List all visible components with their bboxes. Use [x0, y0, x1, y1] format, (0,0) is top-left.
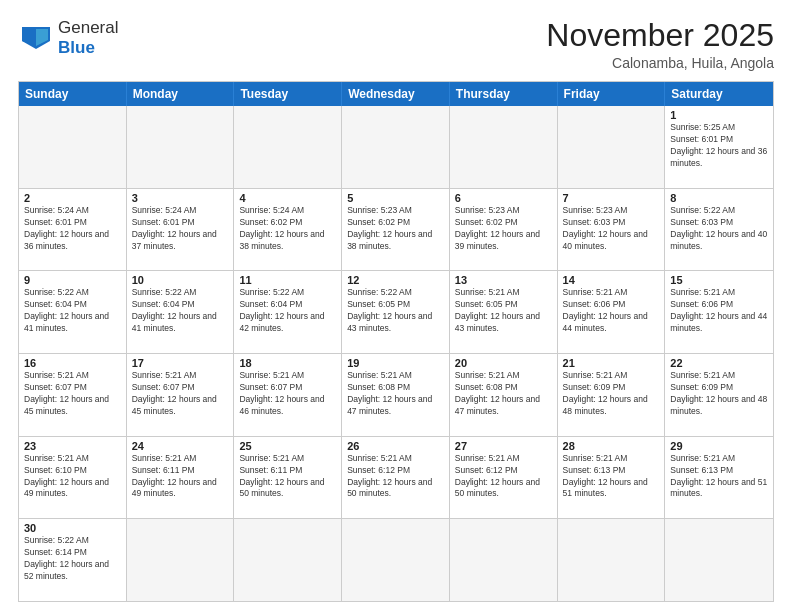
day-number: 24	[132, 440, 229, 452]
calendar-cell-6: 6Sunrise: 5:23 AM Sunset: 6:02 PM Daylig…	[450, 189, 558, 271]
calendar-cell-10: 10Sunrise: 5:22 AM Sunset: 6:04 PM Dayli…	[127, 271, 235, 353]
day-number: 22	[670, 357, 768, 369]
calendar-cell-16: 16Sunrise: 5:21 AM Sunset: 6:07 PM Dayli…	[19, 354, 127, 436]
day-number: 16	[24, 357, 121, 369]
day-info: Sunrise: 5:22 AM Sunset: 6:04 PM Dayligh…	[132, 287, 229, 335]
day-info: Sunrise: 5:22 AM Sunset: 6:03 PM Dayligh…	[670, 205, 768, 253]
header-day-sunday: Sunday	[19, 82, 127, 106]
calendar-cell-empty-5-5	[558, 519, 666, 601]
day-number: 10	[132, 274, 229, 286]
day-number: 23	[24, 440, 121, 452]
day-number: 19	[347, 357, 444, 369]
day-number: 3	[132, 192, 229, 204]
day-number: 1	[670, 109, 768, 121]
calendar-cell-28: 28Sunrise: 5:21 AM Sunset: 6:13 PM Dayli…	[558, 437, 666, 519]
header-day-saturday: Saturday	[665, 82, 773, 106]
calendar-week-2: 9Sunrise: 5:22 AM Sunset: 6:04 PM Daylig…	[19, 270, 773, 353]
day-info: Sunrise: 5:24 AM Sunset: 6:02 PM Dayligh…	[239, 205, 336, 253]
header-day-tuesday: Tuesday	[234, 82, 342, 106]
day-info: Sunrise: 5:21 AM Sunset: 6:11 PM Dayligh…	[239, 453, 336, 501]
calendar-cell-19: 19Sunrise: 5:21 AM Sunset: 6:08 PM Dayli…	[342, 354, 450, 436]
day-info: Sunrise: 5:22 AM Sunset: 6:14 PM Dayligh…	[24, 535, 121, 583]
day-info: Sunrise: 5:21 AM Sunset: 6:09 PM Dayligh…	[670, 370, 768, 418]
day-info: Sunrise: 5:21 AM Sunset: 6:06 PM Dayligh…	[563, 287, 660, 335]
day-number: 14	[563, 274, 660, 286]
calendar-cell-29: 29Sunrise: 5:21 AM Sunset: 6:13 PM Dayli…	[665, 437, 773, 519]
calendar-cell-13: 13Sunrise: 5:21 AM Sunset: 6:05 PM Dayli…	[450, 271, 558, 353]
calendar-cell-empty-5-2	[234, 519, 342, 601]
day-info: Sunrise: 5:22 AM Sunset: 6:04 PM Dayligh…	[24, 287, 121, 335]
location: Calonamba, Huila, Angola	[546, 55, 774, 71]
day-info: Sunrise: 5:24 AM Sunset: 6:01 PM Dayligh…	[24, 205, 121, 253]
day-number: 17	[132, 357, 229, 369]
day-number: 8	[670, 192, 768, 204]
header-day-monday: Monday	[127, 82, 235, 106]
day-number: 30	[24, 522, 121, 534]
day-number: 13	[455, 274, 552, 286]
day-number: 4	[239, 192, 336, 204]
day-info: Sunrise: 5:23 AM Sunset: 6:02 PM Dayligh…	[347, 205, 444, 253]
generalblue-logo-icon	[18, 23, 54, 53]
day-info: Sunrise: 5:21 AM Sunset: 6:13 PM Dayligh…	[563, 453, 660, 501]
day-number: 11	[239, 274, 336, 286]
day-info: Sunrise: 5:24 AM Sunset: 6:01 PM Dayligh…	[132, 205, 229, 253]
calendar-body: 1Sunrise: 5:25 AM Sunset: 6:01 PM Daylig…	[19, 106, 773, 601]
day-info: Sunrise: 5:22 AM Sunset: 6:05 PM Dayligh…	[347, 287, 444, 335]
header-day-thursday: Thursday	[450, 82, 558, 106]
calendar-cell-27: 27Sunrise: 5:21 AM Sunset: 6:12 PM Dayli…	[450, 437, 558, 519]
day-number: 5	[347, 192, 444, 204]
day-info: Sunrise: 5:21 AM Sunset: 6:12 PM Dayligh…	[347, 453, 444, 501]
day-number: 25	[239, 440, 336, 452]
calendar-cell-21: 21Sunrise: 5:21 AM Sunset: 6:09 PM Dayli…	[558, 354, 666, 436]
day-info: Sunrise: 5:21 AM Sunset: 6:05 PM Dayligh…	[455, 287, 552, 335]
day-info: Sunrise: 5:21 AM Sunset: 6:13 PM Dayligh…	[670, 453, 768, 501]
day-number: 27	[455, 440, 552, 452]
calendar-cell-7: 7Sunrise: 5:23 AM Sunset: 6:03 PM Daylig…	[558, 189, 666, 271]
calendar-cell-22: 22Sunrise: 5:21 AM Sunset: 6:09 PM Dayli…	[665, 354, 773, 436]
calendar-cell-25: 25Sunrise: 5:21 AM Sunset: 6:11 PM Dayli…	[234, 437, 342, 519]
calendar-cell-18: 18Sunrise: 5:21 AM Sunset: 6:07 PM Dayli…	[234, 354, 342, 436]
calendar-cell-11: 11Sunrise: 5:22 AM Sunset: 6:04 PM Dayli…	[234, 271, 342, 353]
calendar-cell-1: 1Sunrise: 5:25 AM Sunset: 6:01 PM Daylig…	[665, 106, 773, 188]
calendar: SundayMondayTuesdayWednesdayThursdayFrid…	[18, 81, 774, 602]
calendar-cell-17: 17Sunrise: 5:21 AM Sunset: 6:07 PM Dayli…	[127, 354, 235, 436]
day-info: Sunrise: 5:21 AM Sunset: 6:07 PM Dayligh…	[132, 370, 229, 418]
day-number: 12	[347, 274, 444, 286]
day-number: 6	[455, 192, 552, 204]
day-number: 29	[670, 440, 768, 452]
day-info: Sunrise: 5:23 AM Sunset: 6:03 PM Dayligh…	[563, 205, 660, 253]
calendar-header: SundayMondayTuesdayWednesdayThursdayFrid…	[19, 82, 773, 106]
header: General Blue November 2025 Calonamba, Hu…	[18, 18, 774, 71]
logo: General Blue	[18, 18, 118, 58]
header-day-wednesday: Wednesday	[342, 82, 450, 106]
calendar-cell-4: 4Sunrise: 5:24 AM Sunset: 6:02 PM Daylig…	[234, 189, 342, 271]
day-info: Sunrise: 5:21 AM Sunset: 6:08 PM Dayligh…	[455, 370, 552, 418]
calendar-cell-empty-0-5	[558, 106, 666, 188]
calendar-cell-empty-0-0	[19, 106, 127, 188]
day-info: Sunrise: 5:21 AM Sunset: 6:10 PM Dayligh…	[24, 453, 121, 501]
calendar-week-5: 30Sunrise: 5:22 AM Sunset: 6:14 PM Dayli…	[19, 518, 773, 601]
calendar-cell-9: 9Sunrise: 5:22 AM Sunset: 6:04 PM Daylig…	[19, 271, 127, 353]
calendar-week-3: 16Sunrise: 5:21 AM Sunset: 6:07 PM Dayli…	[19, 353, 773, 436]
title-block: November 2025 Calonamba, Huila, Angola	[546, 18, 774, 71]
day-number: 28	[563, 440, 660, 452]
calendar-cell-empty-5-6	[665, 519, 773, 601]
calendar-cell-24: 24Sunrise: 5:21 AM Sunset: 6:11 PM Dayli…	[127, 437, 235, 519]
page: General Blue November 2025 Calonamba, Hu…	[0, 0, 792, 612]
day-info: Sunrise: 5:25 AM Sunset: 6:01 PM Dayligh…	[670, 122, 768, 170]
day-number: 21	[563, 357, 660, 369]
day-info: Sunrise: 5:21 AM Sunset: 6:09 PM Dayligh…	[563, 370, 660, 418]
calendar-cell-30: 30Sunrise: 5:22 AM Sunset: 6:14 PM Dayli…	[19, 519, 127, 601]
calendar-cell-15: 15Sunrise: 5:21 AM Sunset: 6:06 PM Dayli…	[665, 271, 773, 353]
svg-marker-2	[22, 27, 36, 46]
calendar-week-1: 2Sunrise: 5:24 AM Sunset: 6:01 PM Daylig…	[19, 188, 773, 271]
month-title: November 2025	[546, 18, 774, 53]
calendar-cell-empty-0-4	[450, 106, 558, 188]
calendar-cell-3: 3Sunrise: 5:24 AM Sunset: 6:01 PM Daylig…	[127, 189, 235, 271]
day-number: 18	[239, 357, 336, 369]
calendar-cell-empty-0-2	[234, 106, 342, 188]
day-info: Sunrise: 5:22 AM Sunset: 6:04 PM Dayligh…	[239, 287, 336, 335]
calendar-cell-12: 12Sunrise: 5:22 AM Sunset: 6:05 PM Dayli…	[342, 271, 450, 353]
day-number: 20	[455, 357, 552, 369]
day-info: Sunrise: 5:21 AM Sunset: 6:08 PM Dayligh…	[347, 370, 444, 418]
